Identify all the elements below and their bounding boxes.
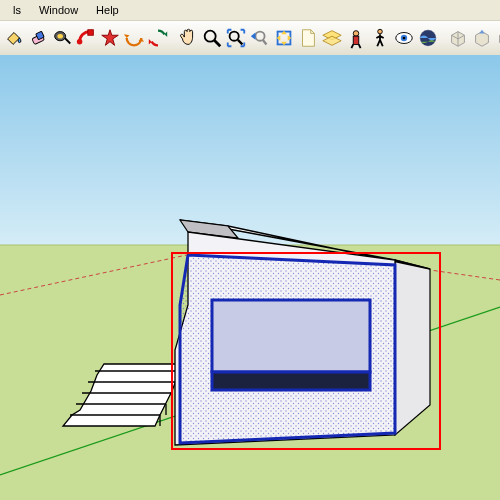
zoom-extents-icon[interactable] <box>224 24 248 52</box>
svg-point-27 <box>353 31 359 37</box>
main-toolbar <box>0 21 500 56</box>
svg-point-31 <box>378 29 383 34</box>
svg-marker-12 <box>149 39 152 44</box>
zoom-icon[interactable] <box>200 24 224 52</box>
svg-line-18 <box>263 40 267 45</box>
orbit-icon[interactable] <box>122 24 146 52</box>
walk-icon[interactable] <box>368 24 392 52</box>
layers-icon[interactable] <box>320 24 344 52</box>
svg-line-29 <box>351 44 353 48</box>
menu-bar: ls Window Help <box>0 0 500 21</box>
menu-item[interactable]: Help <box>87 2 128 18</box>
svg-rect-57 <box>212 300 370 372</box>
sky <box>0 55 500 245</box>
svg-line-14 <box>214 40 220 46</box>
svg-line-16 <box>238 40 243 45</box>
svg-marker-11 <box>164 32 167 37</box>
look-around-icon[interactable] <box>392 24 416 52</box>
svg-marker-0 <box>8 33 20 45</box>
svg-point-17 <box>255 32 264 41</box>
svg-line-5 <box>65 38 71 44</box>
svg-point-7 <box>77 39 83 44</box>
menu-item[interactable]: Window <box>30 2 87 18</box>
position-camera-icon[interactable] <box>344 24 368 52</box>
svg-point-15 <box>230 32 239 41</box>
tape-measure-icon[interactable] <box>50 24 74 52</box>
eraser-icon[interactable] <box>26 24 50 52</box>
svg-marker-8 <box>102 30 119 46</box>
svg-marker-19 <box>251 33 256 40</box>
star-plugin-icon[interactable] <box>98 24 122 52</box>
follow-me-icon[interactable] <box>74 24 98 52</box>
pan-icon[interactable] <box>176 24 200 52</box>
svg-marker-9 <box>124 34 130 38</box>
share-model-icon[interactable] <box>470 24 494 52</box>
previous-view-icon[interactable] <box>248 24 272 52</box>
svg-marker-52 <box>395 260 430 435</box>
svg-rect-6 <box>88 30 94 36</box>
google-earth-icon[interactable] <box>416 24 440 52</box>
modeling-viewport[interactable] <box>0 55 500 500</box>
svg-point-4 <box>57 34 63 39</box>
svg-marker-26 <box>323 36 341 45</box>
svg-rect-58 <box>212 372 370 390</box>
rotate-icon[interactable] <box>146 24 170 52</box>
new-file-icon[interactable] <box>296 24 320 52</box>
svg-point-34 <box>403 37 406 40</box>
svg-marker-37 <box>479 30 485 34</box>
svg-line-30 <box>359 44 361 48</box>
menu-item[interactable]: ls <box>4 2 30 18</box>
upload-model-icon[interactable] <box>494 24 500 52</box>
next-view-icon[interactable] <box>272 24 296 52</box>
svg-rect-28 <box>353 36 359 44</box>
get-models-icon[interactable] <box>446 24 470 52</box>
svg-point-13 <box>205 31 216 42</box>
paint-bucket-icon[interactable] <box>2 24 26 52</box>
